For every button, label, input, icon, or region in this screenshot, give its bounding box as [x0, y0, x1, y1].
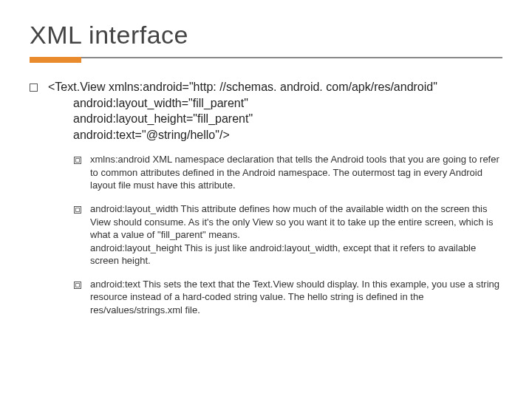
rule-accent	[30, 57, 81, 63]
slide: XML interface <Text.View xmlns:android="…	[0, 0, 532, 341]
bullet-icon	[74, 282, 81, 289]
bullet-icon	[30, 83, 38, 92]
list-item-text: android:text This sets the text that the…	[90, 278, 502, 317]
rule-gray	[30, 57, 502, 58]
list-item: android:layout_width This attribute defi…	[74, 202, 502, 267]
page-title: XML interface	[30, 21, 502, 50]
code-example: <Text.View xmlns:android="http: //schema…	[30, 79, 502, 143]
list-item: xmlns:android XML namespace declaration …	[74, 153, 502, 192]
list-item: android:text This sets the text that the…	[74, 278, 502, 317]
code-line: <Text.View xmlns:android="http: //schema…	[48, 81, 437, 93]
list-item-text: android:layout_width This attribute defi…	[90, 202, 502, 267]
list-item-text: xmlns:android XML namespace declaration …	[90, 153, 502, 192]
code-block: <Text.View xmlns:android="http: //schema…	[48, 79, 437, 143]
title-rule	[30, 57, 502, 60]
description-list: xmlns:android XML namespace declaration …	[74, 153, 502, 316]
bullet-icon	[74, 157, 81, 164]
code-line: android:text="@string/hello"/>	[48, 127, 437, 143]
bullet-icon	[74, 206, 81, 214]
code-line: android:layout_width="fill_parent"	[48, 95, 437, 112]
code-line: android:layout_height="fill_parent"	[48, 111, 437, 127]
